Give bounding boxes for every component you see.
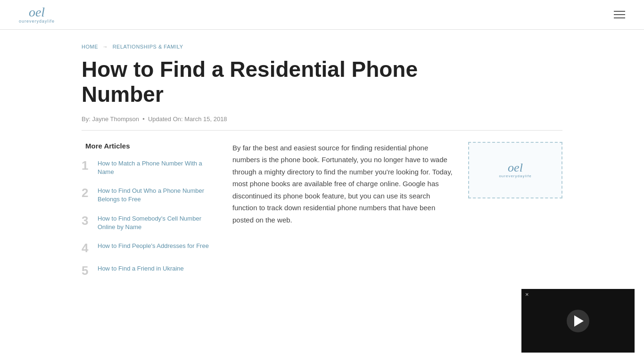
hamburger-line-3 (614, 17, 625, 18)
breadcrumb-home[interactable]: HOME (82, 44, 98, 49)
logo-subtext: oureverydaylife (19, 19, 55, 24)
article-body-row: By far the best and easiest source for f… (232, 142, 562, 226)
byline: By: Jayne Thompson • Updated On: March 1… (82, 115, 562, 131)
list-item: 1 How to Match a Phone Number With a Nam… (82, 159, 214, 176)
ad-logo-text: oel (508, 162, 523, 174)
site-logo[interactable]: oel oureverydaylife (19, 6, 55, 24)
site-header: oel oureverydaylife (0, 0, 644, 30)
article-num-1: 1 (82, 159, 92, 172)
article-link-2[interactable]: How to Find Out Who a Phone Number Belon… (98, 187, 214, 204)
article-link-4[interactable]: How to Find People's Addresses for Free (98, 242, 209, 250)
list-item: 4 How to Find People's Addresses for Fre… (82, 242, 214, 254)
hamburger-line-2 (614, 14, 625, 15)
list-item: 2 How to Find Out Who a Phone Number Bel… (82, 187, 214, 204)
hamburger-line-1 (614, 11, 625, 12)
main-content: HOME → RELATIONSHIPS & FAMILY How to Fin… (63, 30, 581, 301)
article-num-3: 3 (82, 214, 92, 227)
sidebar: More Articles 1 How to Match a Phone Num… (82, 142, 214, 287)
article-num-2: 2 (82, 187, 92, 199)
article-main: By far the best and easiest source for f… (232, 142, 562, 287)
article-title: How to Find a Residential Phone Number (82, 57, 449, 107)
article-num-4: 4 (82, 242, 92, 254)
ad-logo-sub: oureverydaylife (499, 174, 531, 178)
updated-label: Updated On: (148, 115, 183, 123)
video-close-button[interactable]: × (525, 291, 529, 298)
list-item: 3 How to Find Somebody's Cell Number Onl… (82, 214, 214, 231)
article-body-text: By far the best and easiest source for f… (232, 142, 454, 226)
list-item: 5 How to Find a Friend in Ukraine (82, 264, 214, 277)
article-num-5: 5 (82, 264, 92, 277)
article-link-1[interactable]: How to Match a Phone Number With a Name (98, 159, 214, 176)
video-player: × (521, 289, 635, 301)
breadcrumb: HOME → RELATIONSHIPS & FAMILY (82, 44, 562, 49)
article-link-3[interactable]: How to Find Somebody's Cell Number Onlin… (98, 214, 214, 231)
article-date: March 15, 2018 (184, 115, 227, 123)
article-list: 1 How to Match a Phone Number With a Nam… (82, 159, 214, 277)
breadcrumb-arrow: → (103, 44, 108, 49)
breadcrumb-category[interactable]: RELATIONSHIPS & FAMILY (113, 44, 183, 49)
more-articles-heading: More Articles (82, 142, 214, 150)
article-link-5[interactable]: How to Find a Friend in Ukraine (98, 264, 184, 273)
author-name: Jayne Thompson (92, 115, 139, 123)
byline-label: By: (82, 115, 91, 123)
logo-text: oel (29, 6, 45, 19)
ad-box: oel oureverydaylife (468, 142, 562, 198)
hamburger-menu[interactable] (614, 11, 625, 18)
content-area: More Articles 1 How to Match a Phone Num… (82, 142, 562, 287)
